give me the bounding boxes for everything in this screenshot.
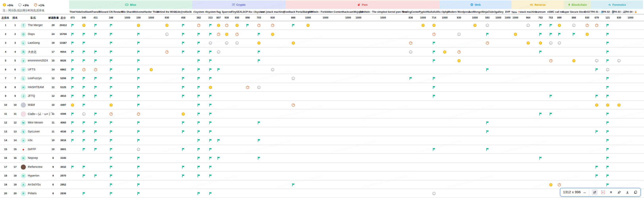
gold-medal-icon [526,41,530,45]
challenge-points: 714 [432,16,436,19]
solved-flag-icon [595,166,598,169]
solved-flag-icon [209,130,212,134]
solve-cell-flag [209,76,212,80]
copy-button[interactable] [632,189,638,195]
team-name[interactable]: SycLover [28,130,40,133]
solved-flag-icon [197,156,200,160]
category-label: Misc [130,3,136,6]
challenge-points: 866 [291,16,296,19]
solve-cell-flag [209,192,212,196]
solved-flag-icon [137,59,140,62]
silver-medal-icon [271,68,274,71]
avatar: H [21,85,26,90]
pin-button[interactable] [616,189,622,195]
bronze-medal-icon [432,32,436,36]
team-name[interactable]: 0xFFF [28,148,36,151]
team-name[interactable]: UFTS [28,68,35,71]
solve-cell-flag [109,138,113,142]
solve-cell-bronze [165,50,169,54]
challenge-header: nSMC [547,10,554,13]
gamepad-icon [125,4,128,6]
team-name[interactable]: n3x [28,138,32,142]
solved-flag-icon [137,50,140,54]
total-score-value: 11587 [60,41,66,44]
solve-cell-flag [486,121,489,125]
solved-flag-icon [217,156,220,160]
team-name[interactable]: 大吉北 [28,50,36,54]
solve-cell-flag [595,94,598,98]
solve-cell-flag [137,156,140,160]
swap-button[interactable] [592,189,598,195]
challenge-header: behind the WALL [157,10,177,13]
team-name[interactable]: Mini-Venom [28,121,43,124]
category-band-reverse: Reverse [512,0,564,9]
shift-left-icon [530,4,533,6]
solve-cell-flag [197,68,200,72]
solved-count-value: 9 [52,166,54,168]
solve-cell-flag [109,68,113,72]
solve-cell-gold [150,68,153,72]
solved-flag-icon [606,156,609,160]
challenge-header: r1system [193,10,204,13]
solved-flag-icon [197,121,200,124]
total-score-value: 9554 [60,50,66,53]
solved-flag-icon [82,59,86,62]
team-row: 1111Ciallo～(∠・ω< )⌒114306 [0,110,644,118]
solve-cell-bronze [137,112,140,116]
rank-value: 3 [14,41,16,44]
team-name[interactable]: emmmmm2024 [28,59,48,62]
team-row: 99JJFTQ124910 [0,92,644,100]
overall-rank-value: 4 [5,50,6,53]
close-button[interactable]: ✕ [608,189,614,195]
solve-cell-flag [606,138,610,142]
silver-medal-icon [18,3,22,7]
solved-flag-icon [606,166,609,169]
solve-cell-silver [217,50,220,54]
ctf-scoreboard-page: +5% +3% +1% 注：同分队伍以得分时间先后排名 Misc1001Cryp… [0,0,644,198]
team-name[interactable]: Nepnep [28,156,38,160]
team-name[interactable]: Ciallo～(∠・ω< )⌒ [28,112,53,116]
lock-icon [634,10,637,13]
solve-cell-flag [486,148,489,151]
total-score-value: 5206 [60,77,66,80]
team-name[interactable]: Polaris [28,192,36,195]
solve-cell-gold [443,50,446,54]
legend-bronze-label: +1% [38,4,44,7]
team-name[interactable]: Hyperion [28,174,39,177]
silver-medal-icon [236,41,239,45]
download-button[interactable] [624,189,630,195]
solve-cell-flag [94,138,97,142]
gold-medal-icon [137,24,140,27]
toolbar-divider [589,189,589,195]
solve-cell-gold [306,24,310,27]
solve-cell-gold [549,183,552,187]
solved-flag-icon [82,121,86,124]
challenge-points: 899 [557,16,562,19]
solve-cell-flag [109,121,113,125]
solved-flag-icon [197,192,200,195]
team-name[interactable]: Arr3stY0u [28,183,40,186]
team-name[interactable]: JFTQ [28,94,35,98]
team-name[interactable]: Oops [28,32,35,36]
total-score-value: 15700 [60,32,67,36]
team-name[interactable]: thefwncrew [28,165,42,168]
challenge-points: 1000 [305,16,311,19]
rank-value: 18 [14,174,16,177]
solve-cell-silver [165,32,169,36]
solved-count-value: 10 [52,103,54,106]
rank-value: 11 [14,112,16,115]
dashed-crop-cancel-button[interactable]: ✕ [600,189,606,195]
solve-cell-flag [137,50,140,54]
team-name[interactable]: LaoGong [28,41,40,44]
solve-cell-flag [257,156,261,160]
solve-cell-flag [94,112,97,116]
solved-flag-icon [94,94,97,98]
category-band-misc: Misc [69,0,192,9]
screenshot-toolbar[interactable]: 1312 x 996 ↔ ✕ ✕ [560,188,641,196]
team-name[interactable]: HASHTEAM [28,86,44,89]
gold-medal-icon [549,183,552,186]
silver-medal-icon [209,41,212,45]
team-name[interactable]: W&M [28,103,35,106]
team-name[interactable]: LosFuzzys [28,76,42,80]
team-name[interactable]: The Merger [28,24,43,27]
